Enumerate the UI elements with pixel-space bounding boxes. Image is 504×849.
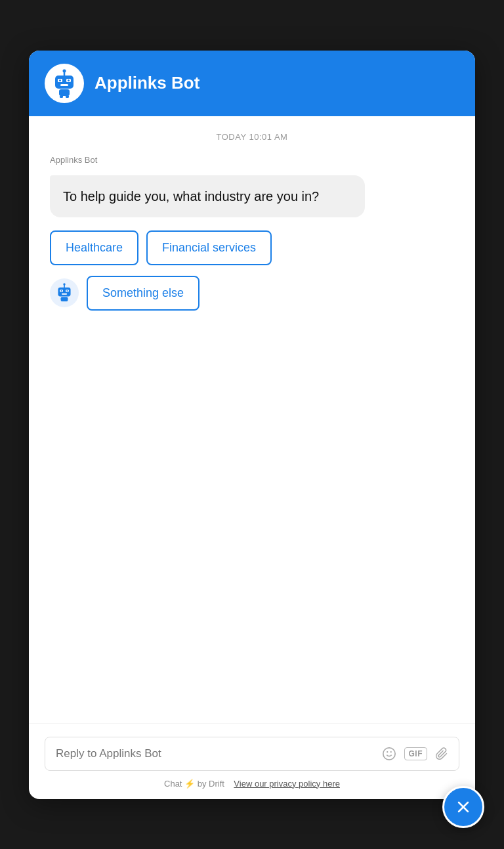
message-timestamp: TODAY 10:01 AM: [50, 132, 454, 142]
svg-point-16: [61, 290, 62, 292]
svg-rect-8: [59, 89, 70, 96]
option-financial-button[interactable]: Financial services: [146, 230, 272, 265]
bot-avatar-icon: [50, 69, 79, 98]
footer-text: Chat ⚡ by Drift View our privacy policy …: [45, 779, 459, 789]
powered-by-label: Chat: [164, 779, 182, 789]
attachment-icon: [435, 747, 448, 760]
close-icon: [454, 798, 472, 816]
chat-body: TODAY 10:01 AM Applinks Bot To help guid…: [29, 116, 475, 723]
gif-button[interactable]: GIF: [404, 747, 428, 760]
close-button[interactable]: [442, 786, 484, 828]
option-healthcare-button[interactable]: Healthcare: [50, 230, 138, 265]
chat-widget: Applinks Bot TODAY 10:01 AM Applinks Bot…: [29, 51, 475, 799]
emoji-icon: [382, 747, 396, 761]
svg-rect-9: [60, 95, 63, 98]
svg-rect-18: [62, 294, 67, 295]
chat-footer: GIF Chat ⚡ by Drift View our privacy pol…: [29, 723, 475, 799]
svg-point-20: [383, 747, 394, 759]
bot-message-bubble: To help guide you, what industry are you…: [50, 175, 365, 217]
bot-small-icon: [54, 283, 74, 303]
option-something-else-button[interactable]: Something else: [87, 276, 200, 311]
svg-rect-7: [60, 84, 68, 86]
chat-header: Applinks Bot: [29, 51, 475, 116]
chat-input[interactable]: [56, 747, 374, 760]
svg-point-6: [68, 79, 70, 81]
option-buttons-row-2: Something else: [50, 276, 454, 311]
attachment-button[interactable]: [435, 747, 448, 760]
bot-name-label: Applinks Bot: [50, 155, 454, 165]
powered-by-brand: by Drift: [198, 779, 224, 789]
svg-rect-13: [58, 288, 70, 297]
input-icons: GIF: [382, 747, 449, 761]
input-row: GIF: [45, 737, 459, 771]
bot-avatar-header: [45, 64, 84, 103]
svg-rect-10: [66, 95, 69, 98]
option-buttons-row-1: Healthcare Financial services: [50, 230, 454, 265]
svg-point-1: [63, 69, 66, 72]
svg-point-5: [59, 79, 61, 81]
header-title: Applinks Bot: [94, 73, 200, 93]
svg-point-12: [63, 283, 65, 285]
lightning-icon: ⚡: [184, 779, 195, 789]
svg-point-17: [66, 290, 68, 292]
bot-avatar-small: [50, 278, 79, 307]
emoji-button[interactable]: [382, 747, 396, 761]
privacy-link[interactable]: View our privacy policy here: [234, 779, 340, 789]
svg-rect-19: [61, 297, 68, 301]
svg-rect-2: [55, 76, 74, 89]
